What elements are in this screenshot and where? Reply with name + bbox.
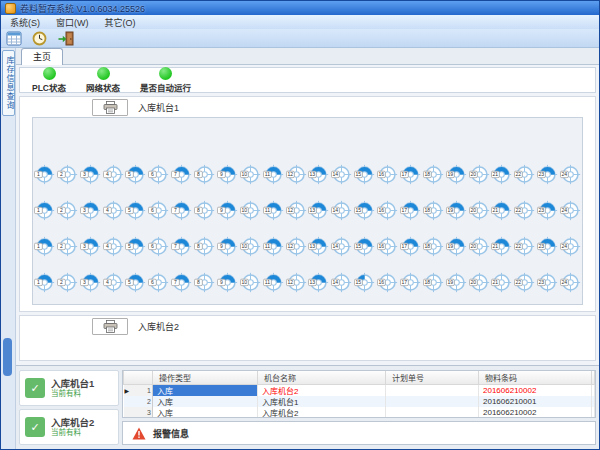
slot-indicator: 3 bbox=[80, 164, 101, 185]
table-cell[interactable]: 入库机台2 bbox=[258, 385, 386, 397]
slot-indicator: 11 bbox=[263, 200, 284, 221]
svg-text:3: 3 bbox=[83, 278, 86, 284]
table-cell[interactable]: 入库机台1 bbox=[258, 396, 386, 407]
app-icon bbox=[5, 3, 16, 14]
slot-indicator: 4 bbox=[103, 272, 124, 293]
svg-text:19: 19 bbox=[447, 242, 453, 248]
table-cell[interactable] bbox=[592, 385, 595, 397]
svg-text:21: 21 bbox=[493, 278, 499, 284]
svg-text:5: 5 bbox=[128, 170, 131, 176]
slot-indicator: 7 bbox=[171, 200, 192, 221]
svg-text:10: 10 bbox=[241, 242, 247, 248]
check-icon: ✓ bbox=[25, 417, 45, 437]
slot-indicator: 18 bbox=[423, 200, 444, 221]
slot-indicator: 21 bbox=[491, 200, 512, 221]
table-cell[interactable] bbox=[386, 385, 479, 397]
slot-indicator: 21 bbox=[491, 236, 512, 257]
slot-indicator: 17 bbox=[400, 272, 421, 293]
svg-text:15: 15 bbox=[356, 170, 362, 176]
machine2-card-title: 入库机台2 bbox=[51, 417, 94, 428]
slot-indicator: 8 bbox=[194, 236, 215, 257]
slot-indicator: 21 bbox=[491, 272, 512, 293]
slot-indicator: 11 bbox=[263, 236, 284, 257]
row-selector[interactable]: 3 bbox=[124, 407, 153, 418]
titlebar: 卷料暂存系统 V1.0.6034.25526 bbox=[1, 1, 599, 15]
svg-text:7: 7 bbox=[174, 206, 177, 212]
svg-text:3: 3 bbox=[83, 242, 86, 248]
slot-indicator: 19 bbox=[446, 236, 467, 257]
svg-text:22: 22 bbox=[516, 170, 522, 176]
table-cell[interactable] bbox=[386, 396, 479, 407]
alarm-label: 报警信息 bbox=[153, 427, 189, 440]
menu-system[interactable]: 系统(S) bbox=[10, 16, 40, 29]
svg-text:16: 16 bbox=[379, 278, 385, 284]
slot-indicator: 12 bbox=[286, 272, 307, 293]
window-title: 卷料暂存系统 V1.0.6034.25526 bbox=[20, 2, 145, 15]
menu-window[interactable]: 窗口(W) bbox=[56, 16, 89, 29]
vertical-scrollbar-thumb[interactable] bbox=[3, 338, 12, 376]
svg-text:24: 24 bbox=[562, 242, 568, 248]
svg-text:15: 15 bbox=[356, 206, 362, 212]
slot-indicator: 5 bbox=[125, 272, 146, 293]
svg-text:3: 3 bbox=[83, 206, 86, 212]
slot-indicator: 1 bbox=[34, 164, 55, 185]
slot-indicator: 17 bbox=[400, 164, 421, 185]
table-cell[interactable]: 201606210002 bbox=[479, 407, 592, 418]
table-cell[interactable] bbox=[592, 407, 595, 418]
task-table-wrap: 操作类型机台名称计划单号物料条码源位置▶1入库入库机台2201606210002… bbox=[122, 370, 596, 418]
table-cell[interactable]: 入库 bbox=[153, 407, 258, 418]
svg-text:21: 21 bbox=[493, 242, 499, 248]
toolbar bbox=[1, 29, 599, 48]
table-cell[interactable]: 入库 bbox=[153, 385, 258, 397]
slot-indicator: 3 bbox=[80, 200, 101, 221]
status-panel: PLC状态 网络状态 是否自动运行 bbox=[19, 67, 596, 93]
network-status-label: 网络状态 bbox=[86, 81, 120, 93]
network-status-light bbox=[97, 67, 110, 80]
svg-text:15: 15 bbox=[356, 278, 362, 284]
table-cell[interactable]: 入库 bbox=[153, 396, 258, 407]
row-header-corner bbox=[124, 371, 153, 385]
slot-indicator: 11 bbox=[263, 272, 284, 293]
slot-indicator: 20 bbox=[469, 236, 490, 257]
exit-icon[interactable] bbox=[56, 30, 75, 46]
slot-indicator: 8 bbox=[194, 164, 215, 185]
slot-indicator: 12 bbox=[286, 164, 307, 185]
svg-text:13: 13 bbox=[310, 206, 316, 212]
clock-icon[interactable] bbox=[30, 30, 49, 46]
tab-home[interactable]: 主页 bbox=[21, 48, 63, 65]
side-panel-tab[interactable]: 库存信息查询 bbox=[2, 50, 15, 116]
column-header[interactable]: 源位置 bbox=[592, 371, 595, 385]
row-selector[interactable]: ▶1 bbox=[124, 385, 153, 397]
slot-indicator: 24 bbox=[560, 236, 581, 257]
svg-text:18: 18 bbox=[424, 206, 430, 212]
column-header[interactable]: 机台名称 bbox=[258, 371, 386, 385]
svg-text:1: 1 bbox=[37, 242, 40, 248]
column-header[interactable]: 计划单号 bbox=[386, 371, 479, 385]
print-button[interactable] bbox=[92, 318, 128, 335]
table-cell[interactable]: 201606210002 bbox=[479, 385, 592, 397]
slot-indicator: 24 bbox=[560, 200, 581, 221]
slot-indicator: 14 bbox=[331, 164, 352, 185]
column-header[interactable]: 物料条码 bbox=[479, 371, 592, 385]
slot-indicator: 24 bbox=[560, 164, 581, 185]
svg-text:21: 21 bbox=[493, 206, 499, 212]
svg-text:9: 9 bbox=[220, 206, 223, 212]
svg-text:10: 10 bbox=[241, 278, 247, 284]
print-button[interactable] bbox=[92, 99, 128, 116]
table-cell[interactable]: 入库机台2 bbox=[258, 407, 386, 418]
column-header[interactable]: 操作类型 bbox=[153, 371, 258, 385]
slot-indicator: 20 bbox=[469, 164, 490, 185]
table-cell[interactable]: 201606210001 bbox=[479, 396, 592, 407]
svg-text:13: 13 bbox=[310, 242, 316, 248]
slot-indicator: 10 bbox=[240, 164, 261, 185]
svg-text:22: 22 bbox=[516, 242, 522, 248]
svg-text:5: 5 bbox=[128, 206, 131, 212]
row-selector[interactable]: 2 bbox=[124, 396, 153, 407]
svg-text:23: 23 bbox=[539, 242, 545, 248]
schedule-icon[interactable] bbox=[4, 30, 23, 46]
table-cell[interactable] bbox=[592, 396, 595, 407]
slot-indicator: 15 bbox=[354, 164, 375, 185]
svg-text:23: 23 bbox=[539, 206, 545, 212]
table-cell[interactable] bbox=[386, 407, 479, 418]
menu-other[interactable]: 其它(O) bbox=[105, 16, 136, 29]
